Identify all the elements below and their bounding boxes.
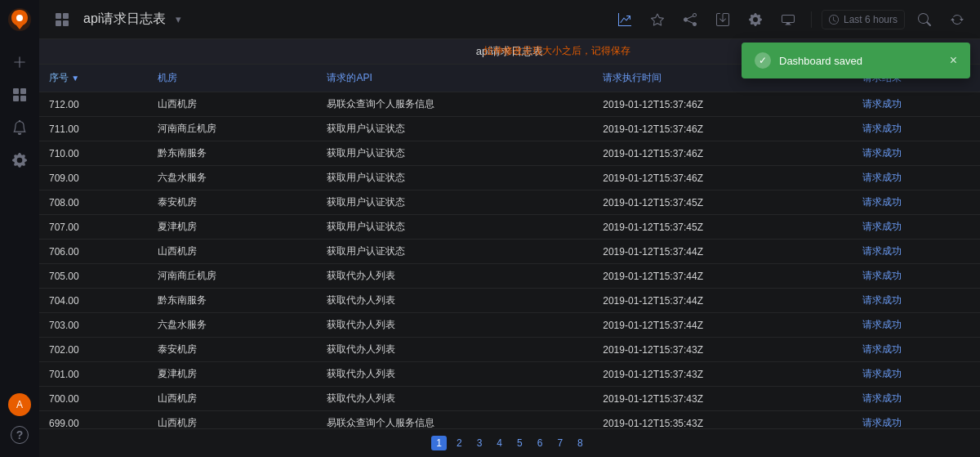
- cell-result: 请求成功: [853, 92, 980, 117]
- sort-icon-seq: ▼: [71, 74, 79, 83]
- table-row[interactable]: 703.00 六盘水服务 获取代办人列表 2019-01-12T15:37:44…: [39, 313, 980, 338]
- topbar-actions: Last 6 hours: [612, 7, 970, 33]
- page-button-7[interactable]: 7: [552, 436, 568, 450]
- cell-result: 请求成功: [853, 313, 980, 338]
- sidebar-item-settings[interactable]: [7, 147, 33, 173]
- pagination: 12345678: [39, 428, 980, 457]
- page-title: api请求日志表: [83, 11, 166, 28]
- cell-room: 夏津机房: [148, 362, 318, 387]
- cell-seq: 704.00: [39, 289, 148, 313]
- cell-room: 山西机房: [148, 240, 318, 264]
- cell-result: 请求成功: [853, 387, 980, 411]
- table-row[interactable]: 702.00 泰安机房 获取代办人列表 2019-01-12T15:37:43Z…: [39, 338, 980, 362]
- cell-result: 请求成功: [853, 215, 980, 240]
- refresh-icon[interactable]: [944, 7, 970, 33]
- page-button-5[interactable]: 5: [512, 436, 528, 450]
- cell-api: 获取用户认证状态: [317, 215, 593, 240]
- page-button-8[interactable]: 8: [572, 436, 588, 450]
- col-room[interactable]: 机房: [148, 65, 318, 92]
- topbar-separator-1: [811, 11, 812, 28]
- cell-seq: 706.00: [39, 240, 148, 264]
- sidebar-item-add[interactable]: [7, 49, 33, 75]
- cell-room: 山西机房: [148, 387, 318, 411]
- title-dropdown-icon[interactable]: ▾: [176, 13, 181, 25]
- table-row[interactable]: 712.00 山西机房 易联众查询个人服务信息 2019-01-12T15:37…: [39, 92, 980, 117]
- cell-api: 获取代办人列表: [317, 289, 593, 313]
- search-icon[interactable]: [911, 7, 938, 33]
- main-content: api请求日志表 ▾: [39, 0, 980, 457]
- cell-time: 2019-01-12T15:37:44Z: [593, 264, 853, 289]
- topbar: api请求日志表 ▾: [39, 0, 980, 39]
- app-logo[interactable]: [7, 7, 33, 33]
- cell-api: 获取代办人列表: [317, 313, 593, 338]
- cell-api: 获取用户认证状态: [317, 141, 593, 166]
- table-row[interactable]: 704.00 黔东南服务 获取代办人列表 2019-01-12T15:37:44…: [39, 289, 980, 313]
- cell-api: 获取用户认证状态: [317, 240, 593, 264]
- cell-result: 请求成功: [853, 411, 980, 429]
- col-api[interactable]: 请求的API: [317, 65, 593, 92]
- avatar[interactable]: A: [8, 393, 31, 416]
- cell-room: 泰安机房: [148, 190, 318, 215]
- cell-result: 请求成功: [853, 240, 980, 264]
- table-row[interactable]: 708.00 泰安机房 获取用户认证状态 2019-01-12T15:37:45…: [39, 190, 980, 215]
- cell-result: 请求成功: [853, 338, 980, 362]
- cell-room: 河南商丘机房: [148, 117, 318, 141]
- cell-room: 夏津机房: [148, 215, 318, 240]
- table-row[interactable]: 699.00 山西机房 易联众查询个人服务信息 2019-01-12T15:35…: [39, 411, 980, 429]
- col-seq[interactable]: 序号 ▼: [39, 65, 148, 92]
- cell-seq: 711.00: [39, 117, 148, 141]
- cell-room: 泰安机房: [148, 338, 318, 362]
- table-row[interactable]: 700.00 山西机房 获取代办人列表 2019-01-12T15:37:43Z…: [39, 387, 980, 411]
- save-icon[interactable]: [710, 7, 736, 33]
- cell-seq: 702.00: [39, 338, 148, 362]
- cell-result: 请求成功: [853, 166, 980, 190]
- graph-icon[interactable]: [612, 7, 638, 33]
- table-row[interactable]: 710.00 黔东南服务 获取用户认证状态 2019-01-12T15:37:4…: [39, 141, 980, 166]
- monitor-icon[interactable]: [775, 7, 801, 33]
- cell-room: 六盘水服务: [148, 166, 318, 190]
- cell-seq: 703.00: [39, 313, 148, 338]
- cell-api: 获取用户认证状态: [317, 190, 593, 215]
- cell-time: 2019-01-12T15:37:45Z: [593, 190, 853, 215]
- table-row[interactable]: 707.00 夏津机房 获取用户认证状态 2019-01-12T15:37:45…: [39, 215, 980, 240]
- cell-seq: 701.00: [39, 362, 148, 387]
- share-icon[interactable]: [677, 7, 703, 33]
- toast-close-button[interactable]: ×: [950, 53, 957, 68]
- cell-seq: 705.00: [39, 264, 148, 289]
- svg-point-1: [16, 15, 23, 21]
- toast-check-icon: ✓: [755, 52, 771, 69]
- page-button-1[interactable]: 1: [431, 436, 447, 450]
- cell-seq: 708.00: [39, 190, 148, 215]
- table-row[interactable]: 701.00 夏津机房 获取代办人列表 2019-01-12T15:37:43Z…: [39, 362, 980, 387]
- data-table-container: 序号 ▼ 机房 请求的API 请求执行时间 请求结果 712.00 山西机房 易…: [39, 65, 980, 428]
- cell-room: 山西机房: [148, 92, 318, 117]
- table-row[interactable]: 706.00 山西机房 获取用户认证状态 2019-01-12T15:37:44…: [39, 240, 980, 264]
- cell-result: 请求成功: [853, 190, 980, 215]
- sidebar-item-dashboard[interactable]: [7, 82, 33, 108]
- cell-time: 2019-01-12T15:37:45Z: [593, 215, 853, 240]
- cell-time: 2019-01-12T15:37:43Z: [593, 338, 853, 362]
- cell-seq: 700.00: [39, 387, 148, 411]
- cell-api: 易联众查询个人服务信息: [317, 411, 593, 429]
- page-button-3[interactable]: 3: [472, 436, 488, 450]
- cell-api: 获取用户认证状态: [317, 117, 593, 141]
- cell-api: 易联众查询个人服务信息: [317, 92, 593, 117]
- cell-api: 获取代办人列表: [317, 264, 593, 289]
- cell-time: 2019-01-12T15:37:46Z: [593, 141, 853, 166]
- table-row[interactable]: 705.00 河南商丘机房 获取代办人列表 2019-01-12T15:37:4…: [39, 264, 980, 289]
- topbar-left: api请求日志表 ▾: [49, 7, 612, 33]
- table-row[interactable]: 711.00 河南商丘机房 获取用户认证状态 2019-01-12T15:37:…: [39, 117, 980, 141]
- page-button-4[interactable]: 4: [492, 436, 507, 450]
- table-row[interactable]: 709.00 六盘水服务 获取用户认证状态 2019-01-12T15:37:4…: [39, 166, 980, 190]
- page-button-2[interactable]: 2: [452, 436, 467, 450]
- star-icon[interactable]: [644, 7, 670, 33]
- cell-room: 黔东南服务: [148, 289, 318, 313]
- sidebar-item-help[interactable]: ?: [11, 426, 29, 444]
- time-range-selector[interactable]: Last 6 hours: [822, 10, 905, 29]
- cell-time: 2019-01-12T15:37:46Z: [593, 92, 853, 117]
- cell-result: 请求成功: [853, 362, 980, 387]
- page-button-6[interactable]: 6: [532, 436, 548, 450]
- sidebar-item-bell[interactable]: [7, 114, 33, 141]
- cell-time: 2019-01-12T15:37:46Z: [593, 117, 853, 141]
- topbar-settings-icon[interactable]: [742, 7, 768, 33]
